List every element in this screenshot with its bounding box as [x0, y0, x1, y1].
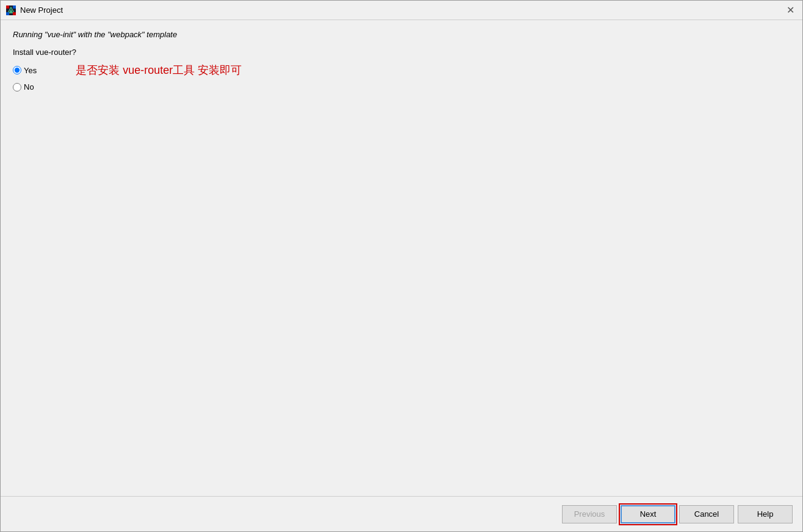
radio-yes-item: Yes 是否安装 vue-router工具 安装即可: [13, 63, 790, 77]
radio-no[interactable]: [13, 83, 21, 92]
footer: Previous Next Cancel Help: [1, 496, 802, 531]
question-label: Install vue-router?: [13, 48, 790, 57]
radio-yes[interactable]: [13, 66, 21, 74]
title-bar: New Project ✕: [1, 1, 802, 20]
previous-button[interactable]: Previous: [562, 505, 617, 523]
svg-rect-3: [6, 5, 9, 9]
close-button[interactable]: ✕: [783, 3, 798, 18]
svg-rect-6: [13, 12, 16, 15]
radio-yes-label[interactable]: Yes: [24, 66, 37, 75]
radio-no-item: No: [13, 82, 790, 92]
svg-rect-5: [6, 12, 9, 15]
next-button[interactable]: Next: [621, 505, 675, 523]
content-area: Running "vue-init" with the "webpack" te…: [1, 20, 802, 496]
help-button[interactable]: Help: [738, 505, 793, 523]
svg-rect-4: [13, 5, 16, 9]
cancel-button[interactable]: Cancel: [679, 505, 734, 523]
window-title: New Project: [20, 5, 783, 15]
app-icon: [5, 5, 16, 16]
subtitle-text: Running "vue-init" with the "webpack" te…: [13, 30, 790, 39]
annotation-text: 是否安装 vue-router工具 安装即可: [76, 63, 242, 77]
radio-no-label[interactable]: No: [24, 82, 34, 92]
router-radio-group: Yes 是否安装 vue-router工具 安装即可 No: [13, 63, 790, 92]
new-project-window: New Project ✕ Running "vue-init" with th…: [0, 0, 803, 532]
